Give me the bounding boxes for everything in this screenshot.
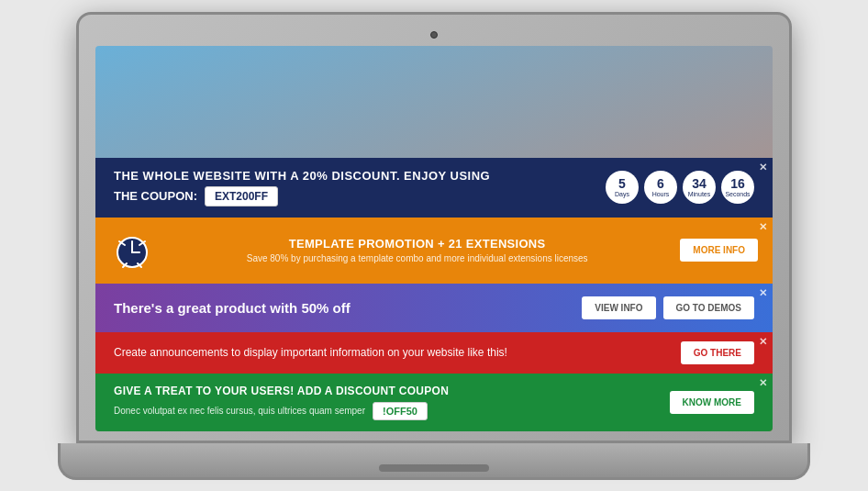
banner-template-promotion: TEMPLATE PROMOTION + 21 EXTENSIONS Save … xyxy=(95,218,773,284)
banner2-subtitle: Save 80% by purchasing a template combo … xyxy=(165,253,669,263)
screen-spacer xyxy=(95,46,773,158)
banner4-go-there-button[interactable]: GO THERE xyxy=(681,341,754,364)
countdown-hours-label: Hours xyxy=(652,191,670,197)
laptop: THE WHOLE WEBSITE WITH A 20% DISCOUNT. E… xyxy=(76,12,792,480)
banner3-buttons: VIEW INFO GO TO DEMOS xyxy=(582,296,754,319)
laptop-body: THE WHOLE WEBSITE WITH A 20% DISCOUNT. E… xyxy=(76,12,792,443)
banner2-more-info-button[interactable]: MORE INFO xyxy=(680,239,758,262)
banner4-close-button[interactable]: ✕ xyxy=(759,336,767,348)
banner5-close-button[interactable]: ✕ xyxy=(759,377,767,389)
banner5-title: GIVE A TREAT TO YOUR USERS! ADD A DISCOU… xyxy=(114,385,670,397)
countdown-minutes: 34 Minutes xyxy=(683,171,716,204)
banner-product-50off: There's a great product with 50% off VIE… xyxy=(95,284,773,332)
screen-inner: THE WHOLE WEBSITE WITH A 20% DISCOUNT. E… xyxy=(95,46,773,431)
countdown-seconds-label: Seconds xyxy=(725,191,750,197)
laptop-hinge xyxy=(379,464,489,472)
banner5-coupon-code: !OFF50 xyxy=(373,402,428,420)
screen: THE WHOLE WEBSITE WITH A 20% DISCOUNT. E… xyxy=(95,46,773,431)
banner1-title: THE WHOLE WEBSITE WITH A 20% DISCOUNT. E… xyxy=(114,169,606,183)
banner4-text: Create announcements to display importan… xyxy=(114,346,507,359)
banner5-subtitle: Donec volutpat ex nec felis cursus, quis… xyxy=(114,406,365,416)
countdown-minutes-label: Minutes xyxy=(688,191,711,197)
countdown-hours: 6 Hours xyxy=(644,171,677,204)
banner1-close-button[interactable]: ✕ xyxy=(759,162,767,173)
banner5-sub-row: Donec volutpat ex nec felis cursus, quis… xyxy=(114,402,670,420)
banner3-close-button[interactable]: ✕ xyxy=(759,287,767,299)
countdown-days-label: Days xyxy=(615,191,629,197)
banner1-coupon-row: THE COUPON: EXT200FF xyxy=(114,186,606,206)
countdown-timer: 5 Days 6 Hours 34 Minutes 16 xyxy=(606,171,754,204)
banner1-text-block: THE WHOLE WEBSITE WITH A 20% DISCOUNT. E… xyxy=(114,169,606,206)
banner-discount-coupon: GIVE A TREAT TO YOUR USERS! ADD A DISCOU… xyxy=(95,374,773,431)
banner5-know-more-button[interactable]: KNOW MORE xyxy=(670,391,754,414)
banner2-close-button[interactable]: ✕ xyxy=(759,221,767,233)
countdown-days-value: 5 xyxy=(618,177,626,190)
countdown-hours-value: 6 xyxy=(657,177,664,190)
laptop-base xyxy=(58,443,810,480)
banner1-coupon-code: EXT200FF xyxy=(205,186,278,206)
banner2-title: TEMPLATE PROMOTION + 21 EXTENSIONS xyxy=(165,237,669,251)
banner3-text: There's a great product with 50% off xyxy=(114,300,351,316)
banner3-view-info-button[interactable]: VIEW INFO xyxy=(582,296,655,319)
banner3-go-to-demos-button[interactable]: GO TO DEMOS xyxy=(663,296,755,319)
banner-announcements: Create announcements to display importan… xyxy=(95,332,773,374)
banner2-content: TEMPLATE PROMOTION + 21 EXTENSIONS Save … xyxy=(165,237,669,263)
countdown-seconds-value: 16 xyxy=(730,177,745,190)
countdown-minutes-value: 34 xyxy=(692,177,707,190)
countdown-seconds: 16 Seconds xyxy=(721,171,754,204)
countdown-days: 5 Days xyxy=(606,171,639,204)
banner5-content: GIVE A TREAT TO YOUR USERS! ADD A DISCOU… xyxy=(114,385,670,420)
banner1-coupon-label: THE COUPON: xyxy=(114,189,197,203)
alarm-clock-icon xyxy=(110,229,154,273)
laptop-camera xyxy=(430,31,438,39)
banner-countdown: THE WHOLE WEBSITE WITH A 20% DISCOUNT. E… xyxy=(95,158,773,218)
